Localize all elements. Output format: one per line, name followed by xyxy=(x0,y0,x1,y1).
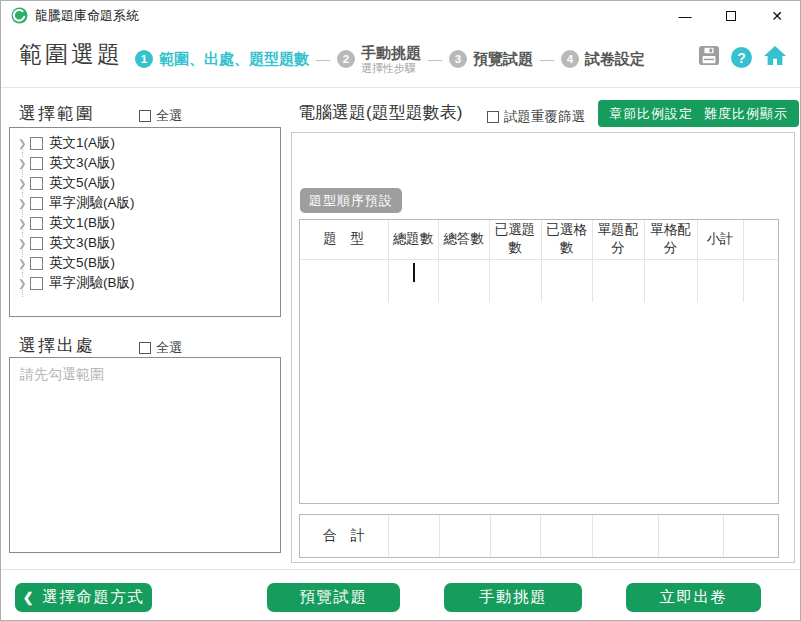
cell-points-per-question[interactable] xyxy=(592,259,644,302)
range-select-all-checkbox[interactable] xyxy=(139,110,151,122)
duplicate-filter-checkbox[interactable] xyxy=(487,111,499,123)
tree-item-eng3b[interactable]: ❯ 英文3(B版) xyxy=(10,233,280,253)
tree-item-checkbox[interactable] xyxy=(30,137,43,150)
chevron-right-icon[interactable]: ❯ xyxy=(18,178,30,189)
maximize-button[interactable] xyxy=(708,1,754,31)
text-caret xyxy=(413,263,415,282)
step-indicator: 1 範圍、出處、題型題數 — 2 手動挑題 選擇性步驟 — 3 預覽試題 — 4… xyxy=(135,37,645,81)
total-cell xyxy=(592,515,658,557)
range-tree: ❯ 英文1(A版) ❯ 英文3(A版) ❯ 英文5(A版) ❯ 單字測驗(A版)… xyxy=(9,127,281,317)
tree-item-label: 英文3(A版) xyxy=(49,154,115,172)
cell-selected-blanks[interactable] xyxy=(541,259,592,302)
chevron-right-icon[interactable]: ❯ xyxy=(18,258,30,269)
source-placeholder: 請先勾選範圍 xyxy=(20,366,280,384)
col-subtotal: 小計 xyxy=(697,220,743,259)
total-row: 合 計 xyxy=(300,515,778,557)
tree-item-vocab-a[interactable]: ❯ 單字測驗(A版) xyxy=(10,193,280,213)
step-4-circle: 4 xyxy=(561,50,579,68)
duplicate-filter[interactable]: 試題重覆篩選 xyxy=(487,108,585,126)
cell-question-type[interactable] xyxy=(300,259,388,302)
step-1-circle: 1 xyxy=(135,50,153,68)
footer-divider xyxy=(1,569,800,570)
total-label: 合 計 xyxy=(300,515,388,557)
tree-item-checkbox[interactable] xyxy=(30,177,43,190)
source-list[interactable]: 請先勾選範圍 xyxy=(9,357,281,553)
col-selected-blanks: 已選格數 xyxy=(541,220,592,259)
tree-item-vocab-b[interactable]: ❯ 單字測驗(B版) xyxy=(10,273,280,293)
chevron-right-icon[interactable]: ❯ xyxy=(18,278,30,289)
manual-pick-button[interactable]: 手動挑題 xyxy=(444,583,582,612)
duplicate-filter-label: 試題重覆篩選 xyxy=(504,108,585,126)
chevron-right-icon[interactable]: ❯ xyxy=(18,198,30,209)
save-icon[interactable] xyxy=(698,45,720,70)
tree-item-checkbox[interactable] xyxy=(30,197,43,210)
total-row-table: 合 計 xyxy=(299,514,779,558)
step-separator: — xyxy=(316,51,330,67)
col-empty xyxy=(743,220,778,259)
source-select-all[interactable]: 全選 xyxy=(139,339,182,357)
back-to-mode-button[interactable]: ❮ 選擇命題方式 xyxy=(15,583,152,612)
step-3-label: 預覽試題 xyxy=(473,50,533,69)
col-points-per-question: 單題配分 xyxy=(592,220,644,259)
tree-item-eng5b[interactable]: ❯ 英文5(B版) xyxy=(10,253,280,273)
step-4-label: 試卷設定 xyxy=(585,50,645,69)
tree-item-label: 英文5(B版) xyxy=(49,254,115,272)
home-icon[interactable] xyxy=(763,45,787,70)
range-select-all[interactable]: 全選 xyxy=(139,107,182,125)
step-4-settings: 4 試卷設定 xyxy=(561,50,645,69)
computer-selection-title: 電腦選題(題型題數表) xyxy=(298,101,462,124)
tree-item-eng5a[interactable]: ❯ 英文5(A版) xyxy=(10,173,280,193)
tree-item-eng3a[interactable]: ❯ 英文3(A版) xyxy=(10,153,280,173)
tree-item-label: 英文3(B版) xyxy=(49,234,115,252)
total-cell xyxy=(439,515,490,557)
step-separator: — xyxy=(540,51,554,67)
col-selected-questions: 已選題數 xyxy=(489,220,541,259)
col-total-answers: 總答數 xyxy=(438,220,489,259)
step-separator: — xyxy=(428,51,442,67)
cell-subtotal[interactable] xyxy=(697,259,743,302)
minimize-button[interactable]: — xyxy=(662,1,708,31)
tree-item-checkbox[interactable] xyxy=(30,217,43,230)
tree-item-label: 英文1(B版) xyxy=(49,214,115,232)
tree-item-eng1a[interactable]: ❯ 英文1(A版) xyxy=(10,133,280,153)
generate-exam-button[interactable]: 立即出卷 xyxy=(626,583,761,612)
cell-points-per-blank[interactable] xyxy=(644,259,697,302)
chevron-right-icon[interactable]: ❯ xyxy=(18,238,30,249)
source-section-title: 選擇出處 xyxy=(19,334,95,357)
tree-item-label: 英文5(A版) xyxy=(49,174,115,192)
table-empty-row[interactable] xyxy=(300,259,778,302)
preview-questions-button[interactable]: 預覽試題 xyxy=(267,583,400,612)
total-cell xyxy=(490,515,540,557)
step-2-circle: 2 xyxy=(337,50,355,68)
total-cell xyxy=(388,515,439,557)
header-icons: ? xyxy=(698,45,787,70)
source-select-all-checkbox[interactable] xyxy=(139,342,151,354)
back-button-label: 選擇命題方式 xyxy=(42,587,144,608)
app-logo-icon xyxy=(11,7,28,28)
total-cell xyxy=(723,515,778,557)
total-cell xyxy=(658,515,723,557)
window-controls: — ✕ xyxy=(662,1,800,31)
tree-item-checkbox[interactable] xyxy=(30,157,43,170)
chapter-ratio-button[interactable]: 章節比例設定 xyxy=(598,100,704,127)
tree-item-checkbox[interactable] xyxy=(30,277,43,290)
chevron-right-icon[interactable]: ❯ xyxy=(18,158,30,169)
cell-total-answers[interactable] xyxy=(438,259,489,302)
chevron-right-icon[interactable]: ❯ xyxy=(18,138,30,149)
tree-item-eng1b[interactable]: ❯ 英文1(B版) xyxy=(10,213,280,233)
app-window: 龍騰題庫命題系統 — ✕ 範圍選題 1 範圍、出處、題型題數 — 2 手動挑題 … xyxy=(0,0,801,621)
title-bar: 龍騰題庫命題系統 — ✕ xyxy=(1,1,800,31)
tree-item-checkbox[interactable] xyxy=(30,257,43,270)
chevron-right-icon[interactable]: ❯ xyxy=(18,218,30,229)
tree-item-checkbox[interactable] xyxy=(30,237,43,250)
total-cell xyxy=(540,515,592,557)
step-2-manual-pick: 2 手動挑題 選擇性步驟 xyxy=(337,44,421,75)
cell-selected-questions[interactable] xyxy=(489,259,541,302)
col-total-questions: 總題數 xyxy=(388,220,438,259)
type-order-preset-button[interactable]: 題型順序預設 xyxy=(300,188,402,213)
step-2-label: 手動挑題 xyxy=(361,44,421,61)
help-icon[interactable]: ? xyxy=(731,47,752,68)
close-button[interactable]: ✕ xyxy=(754,1,800,31)
difficulty-ratio-button[interactable]: 難度比例顯示 xyxy=(693,100,799,127)
cell-empty[interactable] xyxy=(743,259,778,302)
